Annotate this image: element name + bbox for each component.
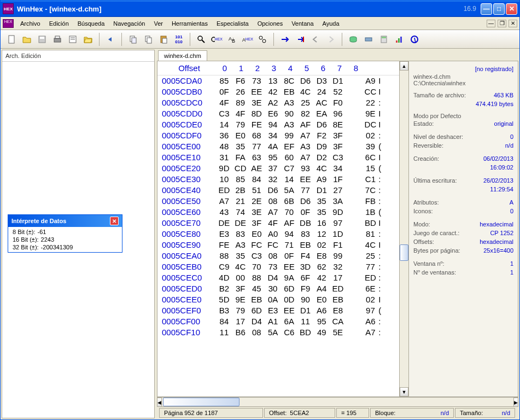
ram-button[interactable] <box>362 33 375 46</box>
hex-editor[interactable]: Offset012345678 0005CDA085F673138CD6D3D1… <box>157 61 399 396</box>
hex-row[interactable]: 0005CEC04D0088D49A6F4217 ED: <box>157 272 399 283</box>
hex-row[interactable]: 0005CE90FEA3FCFC71EB02F1 4CI <box>157 240 399 250</box>
properties-button[interactable] <box>66 33 79 46</box>
mdi-minimize-button[interactable]: — <box>487 20 495 27</box>
hex-row[interactable]: 0005CEA08835C3080FF4E899 25: <box>157 250 399 261</box>
find-hex-button[interactable]: HEX <box>210 33 223 46</box>
goto-offset-button[interactable] <box>294 33 307 46</box>
disk-button[interactable] <box>347 33 360 46</box>
window-count-label: Nº de ventanas: <box>413 269 456 276</box>
hex-row[interactable]: 0005CDD0C34F8DE69082EA96 9EI <box>157 108 399 119</box>
state-label: Estado: <box>413 120 434 127</box>
icons-label: Iconos: <box>413 208 433 214</box>
file-size-label: Tamaño de archivo: <box>413 92 466 98</box>
menu-opciones[interactable]: Opciones <box>253 19 287 28</box>
maximize-button[interactable]: □ <box>493 3 505 15</box>
menu-navegacion[interactable]: Navegación <box>109 19 149 28</box>
save-button[interactable] <box>36 33 49 46</box>
find-button[interactable] <box>195 33 208 46</box>
offsets-label: Offsets: <box>413 238 434 245</box>
menu-ver[interactable]: Ver <box>149 19 167 28</box>
data-interpreter-close-button[interactable]: ✕ <box>110 217 119 225</box>
icons-value: 0 <box>510 208 513 214</box>
hex-row[interactable]: 0005CE1031FA639560A7D2C3 6CI <box>157 152 399 163</box>
menu-ayuda[interactable]: Ayuda <box>318 19 344 28</box>
hex-row[interactable]: 0005CF008417D4A16A1195CA A6: <box>157 316 399 327</box>
menu-app-icon[interactable]: HEX <box>3 19 14 28</box>
hex-row[interactable]: 0005CE50A7212E086BD6353A FB: <box>157 196 399 207</box>
svg-rect-13 <box>162 38 167 43</box>
scroll-up-button[interactable]: ▲ <box>400 61 408 71</box>
print-button[interactable] <box>51 33 64 46</box>
hex-row[interactable]: 0005CE40ED2B51D65A77D127 7C: <box>157 185 399 196</box>
undo-label: Nivel de deshacer: <box>413 133 463 140</box>
binary-button[interactable]: 101010 <box>172 33 185 46</box>
hex-row[interactable]: 0005CDA085F673138CD6D3D1 A9I <box>157 75 399 86</box>
hex-row[interactable]: 0005CDE01479FE94A3AFD68E DCI <box>157 119 399 130</box>
mdi-restore-button[interactable]: ❐ <box>498 20 506 27</box>
svg-rect-9 <box>132 38 136 43</box>
status-value: = 195 <box>336 408 369 418</box>
hex-row[interactable]: 0005CDB00F26EE42EB4C2452 CCI <box>157 86 399 97</box>
svg-point-21 <box>259 36 262 39</box>
hex-row[interactable]: 0005CE80E383E0A09483121D 81: <box>157 229 399 240</box>
undo-button[interactable] <box>104 33 117 46</box>
window-number-value: 1 <box>510 260 513 267</box>
open-folder-button[interactable] <box>81 33 95 46</box>
svg-rect-31 <box>398 38 400 43</box>
menubar: HEX Archivo Edición Búsqueda Navegación … <box>1 17 519 30</box>
bytes-per-page-label: Bytes por página: <box>413 247 460 254</box>
hex-row[interactable]: 0005CE209DCDAE37C7934C34 15( <box>157 163 399 174</box>
svg-text:B: B <box>232 38 235 44</box>
hex-row[interactable]: 0005CE6043743EA7700F359D 1B( <box>157 207 399 218</box>
horizontal-scrollbar[interactable]: ◀ ▶ <box>157 397 518 406</box>
goto-button[interactable] <box>278 33 291 46</box>
svg-rect-32 <box>400 37 402 43</box>
hex-row[interactable]: 0005CDF036E0683499A7F23F 02: <box>157 130 399 141</box>
unregistered-label: [no registrado] <box>413 65 513 73</box>
menu-ventana[interactable]: Ventana <box>287 19 318 28</box>
svg-rect-3 <box>54 38 61 42</box>
analyze-button[interactable] <box>393 33 406 46</box>
menu-archivo[interactable]: Archivo <box>16 19 45 28</box>
hex-row[interactable]: 0005CE301085843214EEA91F C1: <box>157 174 399 185</box>
replace-hex-button[interactable]: A↓HEX <box>241 33 254 46</box>
minimize-button[interactable]: — <box>481 3 492 15</box>
left-panel-header: Arch. Edición <box>2 50 154 62</box>
copy-button[interactable] <box>142 33 155 46</box>
scroll-down-button[interactable]: ▼ <box>400 387 408 396</box>
titlebar[interactable]: HEX WinHex - [winhex-d.chm] 16.9 — □ ✕ <box>1 1 519 17</box>
menu-edicion[interactable]: Edición <box>45 19 73 28</box>
menu-especialista[interactable]: Especialista <box>212 19 253 28</box>
hex-row[interactable]: 0005CEF0B3796DE3EED1A6E8 97( <box>157 305 399 316</box>
scroll-left-button[interactable]: ◀ <box>157 398 162 407</box>
mdi-close-button[interactable]: ✕ <box>509 20 517 27</box>
calculator-button[interactable] <box>377 33 390 46</box>
data-interpreter-panel[interactable]: Intérprete de Datos ✕ 8 Bit (±):-6116 Bi… <box>8 214 122 253</box>
reversible-value: n/d <box>505 142 513 149</box>
vertical-scrollbar[interactable]: ▲ ▼ <box>399 61 408 396</box>
file-tab[interactable]: winhex-d.chm <box>158 50 207 61</box>
menu-herramientas[interactable]: Herramientas <box>167 19 212 28</box>
forward-button[interactable] <box>324 33 337 46</box>
paste-button[interactable] <box>157 33 170 46</box>
back-button[interactable] <box>309 33 322 46</box>
hex-row[interactable]: 0005CDC04F893EA2A325ACF0 22: <box>157 97 399 108</box>
find-again-button[interactable] <box>256 33 269 46</box>
hex-row[interactable]: 0005CE70DEDE3F4FAFDB1697 BDI <box>157 218 399 229</box>
reversible-label: Reversible: <box>413 142 443 149</box>
hex-row[interactable]: 0005CEB0C94C7073EE3D6232 77: <box>157 261 399 272</box>
menu-busqueda[interactable]: Búsqueda <box>73 19 109 28</box>
scroll-right-button[interactable]: ▶ <box>513 398 518 407</box>
new-file-button[interactable] <box>5 33 18 46</box>
open-file-button[interactable] <box>20 33 33 46</box>
hex-row[interactable]: 0005CED0B23F45306DF9A4ED 6E: <box>157 283 399 294</box>
options-button[interactable] <box>408 33 421 46</box>
svg-rect-4 <box>55 36 60 38</box>
hex-row[interactable]: 0005CEE05D9EEB0A0D90E0EB 02I <box>157 294 399 305</box>
find-text-button[interactable]: A↓B <box>225 33 238 46</box>
hex-row[interactable]: 0005CE004835774AEFA3D93F 39( <box>157 141 399 152</box>
close-button[interactable]: ✕ <box>506 3 517 15</box>
cut-button[interactable] <box>126 33 139 46</box>
hex-row[interactable]: 0005CF1011B6085AC6BD495E A7: <box>157 327 399 338</box>
